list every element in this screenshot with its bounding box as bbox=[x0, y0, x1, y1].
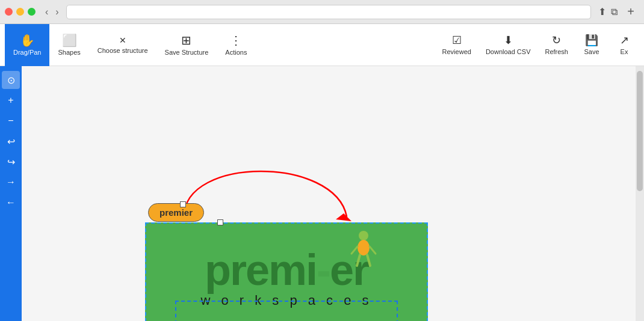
svg-marker-0 bbox=[336, 213, 351, 221]
sidebar-zoom-in[interactable]: + bbox=[2, 91, 20, 109]
canvas-content: premier bbox=[22, 66, 636, 321]
sidebar-redo[interactable]: ↪ bbox=[2, 153, 20, 171]
shapes-label: Shapes bbox=[58, 49, 80, 56]
toolbar-choose-structure[interactable]: ✕ Choose structure bbox=[89, 24, 156, 66]
premier-label[interactable]: premier bbox=[148, 203, 204, 222]
drag-pan-icon: ✋ bbox=[20, 34, 35, 46]
svg-line-4 bbox=[367, 255, 370, 266]
logo-box[interactable]: premi-er w o r k s p a c e s bbox=[145, 222, 428, 321]
ex-label: Ex bbox=[621, 48, 628, 55]
scrollbar-thumb[interactable] bbox=[637, 71, 643, 191]
sidebar-zoom-reset[interactable]: ⊙ bbox=[2, 71, 20, 89]
choose-structure-label: Choose structure bbox=[98, 47, 148, 54]
svg-line-5 bbox=[351, 246, 358, 254]
maximize-button[interactable] bbox=[28, 8, 36, 16]
svg-point-1 bbox=[359, 231, 368, 240]
back-arrow[interactable]: ‹ bbox=[43, 5, 51, 19]
sidebar-back[interactable]: ← bbox=[2, 194, 20, 212]
toolbar-download-csv[interactable]: ⬇ Download CSV bbox=[480, 24, 537, 66]
logo-workspaces-text: w o r k s p a c e s bbox=[200, 293, 372, 308]
actions-label: Actions bbox=[225, 49, 247, 56]
save-label: Save bbox=[584, 48, 599, 55]
main-area: ⊙ + − ↩ ↪ → ← premier bbox=[0, 66, 644, 321]
toolbar-save-structure[interactable]: ⊞ Save Structure bbox=[156, 24, 217, 66]
toolbar-refresh[interactable]: ↻ Refresh bbox=[539, 24, 574, 66]
close-button[interactable] bbox=[5, 8, 13, 16]
forward-arrow[interactable]: › bbox=[53, 5, 61, 19]
download-csv-icon: ⬇ bbox=[504, 35, 513, 46]
ex-icon: ↗ bbox=[620, 35, 629, 46]
selection-handle-tl bbox=[180, 201, 186, 207]
person-icon bbox=[348, 230, 379, 272]
toolbar-reviewed[interactable]: ☑ Reviewed bbox=[436, 24, 477, 66]
toolbar-actions[interactable]: ⋮ Actions bbox=[217, 24, 255, 66]
toolbar-save[interactable]: 💾 Save bbox=[577, 24, 607, 66]
app: ✋ Drag/Pan ⬜ Shapes ✕ Choose structure ⊞… bbox=[0, 24, 644, 321]
toolbar-shapes[interactable]: ⬜ Shapes bbox=[49, 24, 88, 66]
sidebar-zoom-out[interactable]: − bbox=[2, 112, 20, 130]
download-csv-label: Download CSV bbox=[486, 48, 531, 55]
selection-handle-br bbox=[217, 219, 223, 225]
scrollbar-right[interactable] bbox=[636, 66, 644, 321]
refresh-label: Refresh bbox=[545, 48, 568, 55]
toolbar: ✋ Drag/Pan ⬜ Shapes ✕ Choose structure ⊞… bbox=[0, 24, 644, 66]
choose-structure-icon: ✕ bbox=[119, 36, 126, 44]
canvas[interactable]: premier bbox=[22, 66, 636, 321]
svg-line-6 bbox=[370, 246, 376, 254]
toolbar-right: ☑ Reviewed ⬇ Download CSV ↻ Refresh 💾 Sa… bbox=[436, 24, 639, 66]
nav-arrows: ‹ › bbox=[43, 5, 61, 19]
svg-point-2 bbox=[358, 240, 370, 255]
add-tab-button[interactable]: + bbox=[622, 4, 639, 20]
toolbar-ex[interactable]: ↗ Ex bbox=[609, 24, 639, 66]
reviewed-label: Reviewed bbox=[442, 48, 471, 55]
sidebar-undo[interactable]: ↩ bbox=[2, 132, 20, 150]
traffic-lights bbox=[5, 8, 36, 16]
drag-pan-label: Drag/Pan bbox=[13, 49, 41, 56]
save-structure-icon: ⊞ bbox=[181, 34, 191, 46]
browser-actions: ⬆ ⧉ bbox=[598, 6, 618, 17]
minimize-button[interactable] bbox=[16, 8, 24, 16]
shapes-icon: ⬜ bbox=[62, 34, 77, 46]
address-bar[interactable] bbox=[66, 5, 591, 19]
sidebar-forward[interactable]: → bbox=[2, 173, 20, 191]
svg-line-3 bbox=[357, 255, 360, 266]
logo-premier-text: premi-er bbox=[205, 248, 368, 292]
save-icon: 💾 bbox=[585, 35, 598, 46]
toolbar-drag-pan[interactable]: ✋ Drag/Pan bbox=[5, 24, 49, 66]
refresh-icon: ↻ bbox=[552, 35, 561, 46]
reviewed-icon: ☑ bbox=[452, 35, 462, 46]
actions-icon: ⋮ bbox=[230, 34, 242, 46]
share-icon[interactable]: ⬆ bbox=[598, 6, 606, 17]
save-structure-label: Save Structure bbox=[165, 49, 209, 56]
browser-chrome: ‹ › ⬆ ⧉ + bbox=[0, 0, 644, 24]
sidebar: ⊙ + − ↩ ↪ → ← bbox=[0, 66, 22, 321]
tab-icon[interactable]: ⧉ bbox=[611, 6, 618, 17]
